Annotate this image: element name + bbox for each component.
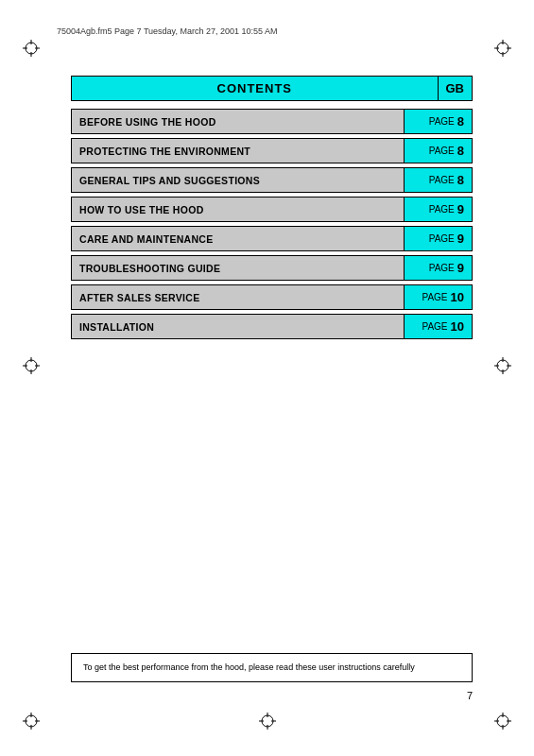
contents-title: CONTENTS (217, 81, 293, 95)
toc-page-cell: PAGE8 (404, 110, 472, 133)
toc-page-cell: PAGE9 (404, 227, 472, 250)
content-area: CONTENTS GB BEFORE USING THE HOODPAGE8PR… (71, 76, 473, 343)
crosshair-bottom-left (23, 713, 40, 730)
notice-box: To get the best performance from the hoo… (71, 653, 473, 682)
toc-page-number: 8 (457, 114, 464, 129)
toc-row: TROUBLESHOOTING GUIDEPAGE9 (71, 255, 473, 281)
toc-page-label: PAGE (429, 233, 455, 244)
toc-page-label: PAGE (429, 263, 455, 273)
page-number: 7 (467, 690, 473, 701)
toc-label-text: TROUBLESHOOTING GUIDE (79, 263, 220, 274)
toc-page-number: 9 (457, 261, 464, 275)
crosshair-top-left (23, 40, 40, 57)
toc-page-label: PAGE (422, 321, 447, 332)
toc-label: BEFORE USING THE HOOD (72, 110, 404, 133)
toc-label-text: BEFORE USING THE HOOD (79, 116, 216, 128)
toc-page-cell: PAGE8 (404, 168, 472, 192)
toc-label: CARE AND MAINTENANCE (72, 227, 404, 250)
page: 75004Agb.fm5 Page 7 Tuesday, March 27, 2… (0, 0, 534, 756)
gb-box: GB (439, 76, 474, 101)
toc-page-number: 10 (451, 290, 464, 304)
toc-page-number: 8 (457, 144, 464, 158)
gb-label: GB (446, 81, 465, 95)
toc-row: GENERAL TIPS AND SUGGESTIONSPAGE8 (71, 167, 473, 193)
toc-page-cell: PAGE10 (404, 285, 472, 309)
contents-header: CONTENTS GB (71, 76, 473, 101)
toc-page-number: 10 (451, 319, 464, 334)
toc-page-cell: PAGE9 (404, 256, 472, 280)
toc-page-label: PAGE (422, 292, 447, 302)
toc-label: PROTECTING THE ENVIRONMENT (72, 139, 404, 163)
toc-page-number: 9 (457, 202, 464, 216)
crosshair-mid-left (23, 357, 40, 374)
toc-row: AFTER SALES SERVICEPAGE10 (71, 284, 473, 310)
toc-label: HOW TO USE THE HOOD (72, 198, 404, 221)
contents-title-box: CONTENTS (71, 76, 439, 101)
crosshair-top-right (494, 40, 511, 57)
toc-page-label: PAGE (429, 175, 455, 185)
toc-list: BEFORE USING THE HOODPAGE8PROTECTING THE… (71, 109, 473, 339)
toc-page-number: 9 (457, 232, 464, 246)
notice-text: To get the best performance from the hoo… (83, 662, 460, 674)
toc-page-number: 8 (457, 173, 464, 187)
toc-label-text: AFTER SALES SERVICE (79, 292, 199, 303)
toc-page-label: PAGE (429, 116, 455, 127)
toc-label-text: GENERAL TIPS AND SUGGESTIONS (79, 175, 260, 186)
toc-label-text: HOW TO USE THE HOOD (79, 204, 204, 215)
toc-page-label: PAGE (429, 146, 455, 156)
toc-label-text: CARE AND MAINTENANCE (79, 233, 214, 245)
toc-page-label: PAGE (429, 204, 455, 215)
toc-row: CARE AND MAINTENANCEPAGE9 (71, 226, 473, 251)
toc-label: AFTER SALES SERVICE (72, 285, 404, 309)
toc-page-cell: PAGE8 (404, 139, 472, 163)
toc-row: BEFORE USING THE HOODPAGE8 (71, 109, 473, 134)
crosshair-bottom-right (494, 713, 511, 730)
toc-page-cell: PAGE9 (404, 198, 472, 221)
toc-row: HOW TO USE THE HOODPAGE9 (71, 197, 473, 222)
toc-label: GENERAL TIPS AND SUGGESTIONS (72, 168, 404, 192)
toc-label-text: PROTECTING THE ENVIRONMENT (79, 146, 250, 157)
toc-label-text: INSTALLATION (79, 321, 154, 333)
crosshair-bottom-mid (259, 713, 276, 730)
crosshair-mid-right (494, 357, 511, 374)
toc-row: PROTECTING THE ENVIRONMENTPAGE8 (71, 138, 473, 163)
toc-page-cell: PAGE10 (404, 315, 472, 338)
file-info: 75004Agb.fm5 Page 7 Tuesday, March 27, 2… (57, 26, 506, 36)
toc-label: TROUBLESHOOTING GUIDE (72, 256, 404, 280)
toc-row: INSTALLATIONPAGE10 (71, 314, 473, 339)
toc-label: INSTALLATION (72, 315, 404, 338)
